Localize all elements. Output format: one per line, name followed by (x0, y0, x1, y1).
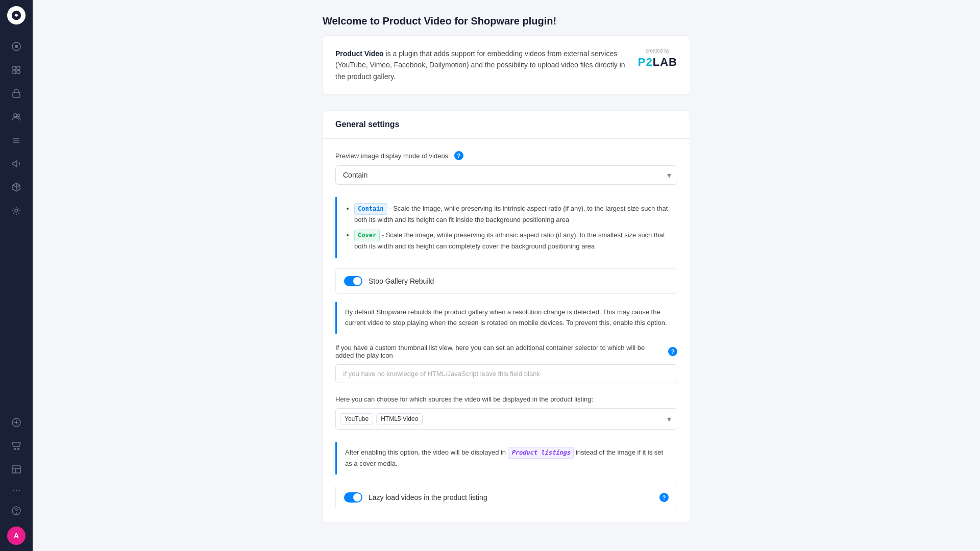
svg-point-18 (18, 448, 19, 450)
preview-image-label: Preview image display mode of videos: ? (335, 151, 677, 160)
svg-point-9 (17, 114, 20, 117)
custom-thumbnail-info-icon[interactable]: ? (668, 347, 677, 356)
youtube-tag: YouTube (340, 413, 373, 424)
shop-icon[interactable] (6, 436, 27, 456)
sources-select-wrapper: YouTube HTML5 Video ▾ (335, 408, 677, 430)
layers-icon[interactable] (6, 60, 27, 80)
users-icon[interactable] (6, 107, 27, 127)
more-options-icon[interactable]: ··· (12, 484, 21, 496)
sources-chevron-icon: ▾ (667, 414, 671, 423)
sidebar: ··· A (0, 0, 33, 551)
svg-point-17 (14, 448, 16, 450)
product-listings-tag: Product listings (508, 447, 574, 459)
help-icon[interactable] (6, 500, 27, 521)
megaphone-icon[interactable] (6, 154, 27, 174)
add-circle-icon[interactable] (6, 412, 27, 433)
preview-image-select[interactable]: Contain Cover (335, 165, 677, 185)
stop-gallery-rebuild-row: Stop Gallery Rebuild (335, 268, 677, 294)
preview-image-select-wrapper: Contain Cover ▾ (335, 165, 677, 185)
html5-video-tag: HTML5 Video (376, 413, 423, 424)
sources-select-box[interactable]: YouTube HTML5 Video (335, 408, 677, 430)
product-listing-info-block: After enabling this option, the video wi… (335, 442, 677, 474)
p2lab-lab: LAB (653, 56, 677, 68)
contain-tag: Contain (354, 203, 387, 215)
svg-rect-4 (17, 66, 20, 69)
svg-point-8 (14, 114, 17, 117)
settings-icon[interactable] (6, 201, 27, 221)
preview-image-field-group: Preview image display mode of videos: ? … (335, 151, 677, 185)
lazy-load-left: Lazy load videos in the product listing (344, 492, 487, 503)
main-content: Welcome to Product Video for Shopware pl… (33, 0, 980, 551)
p2lab-logo: created by P2LAB (638, 48, 677, 69)
plugin-info-card: Product Video is a plugin that adds supp… (323, 35, 690, 95)
custom-thumbnail-label: If you have a custom thumbnail list view… (335, 344, 677, 359)
cube-icon[interactable] (6, 177, 27, 197)
sources-field-group: Here you can choose for which sources th… (335, 395, 677, 430)
dashboard-icon[interactable] (6, 36, 27, 57)
cover-tag: Cover (354, 230, 380, 241)
p2lab-p2: P2 (638, 56, 653, 68)
bag-icon[interactable] (6, 83, 27, 104)
sources-label: Here you can choose for which sources th… (335, 395, 677, 403)
sidebar-logo[interactable] (7, 6, 26, 24)
svg-point-23 (16, 513, 17, 513)
lazy-load-info-icon[interactable]: ? (659, 493, 669, 502)
stop-gallery-rebuild-label: Stop Gallery Rebuild (369, 277, 434, 285)
svg-rect-19 (12, 466, 20, 473)
general-settings-card: General settings Preview image display m… (323, 110, 690, 523)
list-icon[interactable] (6, 130, 27, 151)
preview-image-info-icon[interactable]: ? (454, 151, 463, 160)
svg-point-13 (15, 209, 18, 212)
contain-info-item: Contain - Scale the image, while preserv… (354, 203, 669, 226)
svg-point-2 (15, 45, 18, 48)
lazy-load-label: Lazy load videos in the product listing (369, 493, 487, 502)
svg-rect-6 (17, 70, 20, 73)
plugin-description: Product Video is a plugin that adds supp… (335, 48, 628, 82)
lazy-load-row: Lazy load videos in the product listing … (335, 485, 677, 510)
svg-rect-3 (13, 66, 16, 69)
created-by-label: created by (638, 48, 677, 54)
svg-rect-7 (13, 92, 20, 97)
stop-gallery-info-block: By default Shopware rebuilds the product… (335, 302, 677, 334)
section-title: General settings (323, 111, 690, 139)
page-title: Welcome to Product Video for Shopware pl… (323, 15, 690, 27)
cover-info-item: Cover - Scale the image, while preservin… (354, 230, 669, 252)
table-icon[interactable] (6, 459, 27, 480)
custom-thumbnail-field-group: If you have a custom thumbnail list view… (335, 344, 677, 383)
lazy-load-toggle[interactable] (344, 492, 362, 503)
contain-cover-info-block: Contain - Scale the image, while preserv… (335, 197, 677, 258)
user-avatar[interactable]: A (7, 527, 26, 545)
svg-rect-5 (13, 70, 16, 73)
stop-gallery-rebuild-toggle[interactable] (344, 276, 362, 286)
custom-thumbnail-input[interactable] (335, 364, 677, 383)
